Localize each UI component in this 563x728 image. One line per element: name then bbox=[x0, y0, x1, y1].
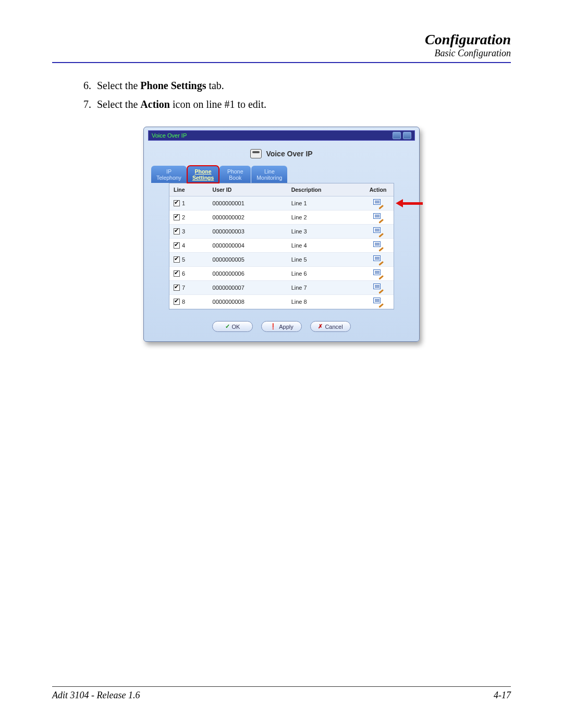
description-cell: Line 3 bbox=[287, 225, 362, 239]
user-id-cell: 0000000008 bbox=[209, 295, 287, 309]
titlebar-icon[interactable] bbox=[393, 132, 401, 139]
apply-button[interactable]: ❗ Apply bbox=[261, 321, 302, 332]
footer-left: Adit 3104 - Release 1.6 bbox=[52, 690, 140, 701]
instruction-steps: 6.Select the Phone Settings tab.7.Select… bbox=[83, 78, 511, 112]
action-cell bbox=[362, 253, 394, 267]
line-checkbox[interactable] bbox=[174, 270, 180, 277]
tab-phone-settings[interactable]: PhoneSettings bbox=[187, 166, 219, 183]
warn-icon: ❗ bbox=[270, 323, 277, 330]
panel-title-text: Voice Over IP bbox=[266, 150, 312, 158]
instruction-step: 7.Select the Action icon on line #1 to e… bbox=[83, 96, 511, 112]
edit-icon[interactable] bbox=[373, 269, 383, 277]
col-line: Line bbox=[169, 183, 209, 196]
action-cell bbox=[362, 267, 394, 281]
phone-icon bbox=[250, 149, 262, 158]
table-row: 20000000002Line 2 bbox=[169, 211, 394, 225]
edit-icon[interactable] bbox=[373, 213, 383, 220]
user-id-cell: 0000000005 bbox=[209, 253, 287, 267]
line-cell: 3 bbox=[169, 225, 209, 239]
user-id-cell: 0000000004 bbox=[209, 239, 287, 253]
breadcrumb: Voice Over IP bbox=[152, 132, 187, 139]
x-icon: ✗ bbox=[318, 323, 323, 330]
line-cell: 2 bbox=[169, 211, 209, 225]
titlebar-icon[interactable] bbox=[403, 132, 411, 139]
ok-button[interactable]: ✓ OK bbox=[212, 321, 253, 332]
line-checkbox[interactable] bbox=[174, 242, 180, 249]
cancel-label: Cancel bbox=[325, 324, 342, 330]
line-cell: 7 bbox=[169, 281, 209, 295]
table-row: 80000000008Line 8 bbox=[169, 295, 394, 309]
line-cell: 6 bbox=[169, 267, 209, 281]
edit-icon[interactable] bbox=[373, 298, 383, 305]
instruction-step: 6.Select the Phone Settings tab. bbox=[83, 78, 511, 93]
line-checkbox[interactable] bbox=[174, 214, 180, 220]
user-id-cell: 0000000006 bbox=[209, 267, 287, 281]
description-cell: Line 6 bbox=[287, 267, 362, 281]
action-cell bbox=[362, 211, 394, 225]
edit-icon[interactable] bbox=[373, 255, 383, 263]
line-checkbox[interactable] bbox=[174, 285, 180, 291]
cancel-button[interactable]: ✗ Cancel bbox=[310, 321, 351, 332]
panel-title: Voice Over IP bbox=[148, 141, 415, 166]
ok-label: OK bbox=[232, 324, 240, 330]
chapter-title: Configuration bbox=[52, 31, 511, 48]
edit-icon[interactable] bbox=[373, 283, 383, 291]
user-id-cell: 0000000001 bbox=[209, 196, 287, 211]
voip-window: Voice Over IP Voice Over IP IPTelephonyP… bbox=[143, 127, 420, 342]
table-row: 70000000007Line 7 bbox=[169, 281, 394, 295]
tab-phone-book[interactable]: PhoneBook bbox=[219, 166, 251, 183]
table-row: 10000000001Line 1 bbox=[169, 196, 394, 211]
description-cell: Line 5 bbox=[287, 253, 362, 267]
table-row: 30000000003Line 3 bbox=[169, 225, 394, 239]
action-cell bbox=[362, 295, 394, 309]
description-cell: Line 2 bbox=[287, 211, 362, 225]
tab-line-monitoring[interactable]: LineMonitoring bbox=[251, 166, 287, 183]
action-cell bbox=[362, 239, 394, 253]
edit-icon[interactable] bbox=[373, 199, 383, 206]
col-description: Description bbox=[287, 183, 362, 196]
description-cell: Line 4 bbox=[287, 239, 362, 253]
line-cell: 5 bbox=[169, 253, 209, 267]
check-icon: ✓ bbox=[225, 323, 230, 330]
col-action: Action bbox=[362, 183, 394, 196]
header-rule bbox=[52, 62, 511, 63]
edit-icon[interactable] bbox=[373, 241, 383, 249]
tab-ip-telephony[interactable]: IPTelephony bbox=[151, 166, 187, 183]
apply-label: Apply bbox=[279, 324, 293, 330]
section-title: Basic Configuration bbox=[52, 48, 511, 59]
user-id-cell: 0000000007 bbox=[209, 281, 287, 295]
window-titlebar: Voice Over IP bbox=[148, 130, 415, 141]
table-row: 50000000005Line 5 bbox=[169, 253, 394, 267]
line-cell: 4 bbox=[169, 239, 209, 253]
footer-right: 4-17 bbox=[494, 690, 511, 701]
description-cell: Line 1 bbox=[287, 196, 362, 211]
line-checkbox[interactable] bbox=[174, 299, 180, 305]
action-cell bbox=[362, 281, 394, 295]
action-cell bbox=[362, 225, 394, 239]
table-row: 40000000004Line 4 bbox=[169, 239, 394, 253]
edit-icon[interactable] bbox=[373, 227, 383, 235]
line-checkbox[interactable] bbox=[174, 228, 180, 235]
callout-arrow-icon bbox=[396, 200, 423, 207]
lines-tbody: 10000000001Line 120000000002Line 2300000… bbox=[169, 196, 394, 309]
line-checkbox[interactable] bbox=[174, 256, 180, 263]
description-cell: Line 8 bbox=[287, 295, 362, 309]
description-cell: Line 7 bbox=[287, 281, 362, 295]
lines-table: Line User ID Description Action 10000000… bbox=[169, 183, 394, 309]
line-cell: 8 bbox=[169, 295, 209, 309]
line-checkbox[interactable] bbox=[174, 200, 180, 206]
col-user-id: User ID bbox=[209, 183, 287, 196]
tab-strip: IPTelephonyPhoneSettingsPhoneBookLineMon… bbox=[151, 166, 415, 183]
user-id-cell: 0000000002 bbox=[209, 211, 287, 225]
table-row: 60000000006Line 6 bbox=[169, 267, 394, 281]
user-id-cell: 0000000003 bbox=[209, 225, 287, 239]
action-cell bbox=[362, 196, 394, 211]
line-cell: 1 bbox=[169, 196, 209, 211]
